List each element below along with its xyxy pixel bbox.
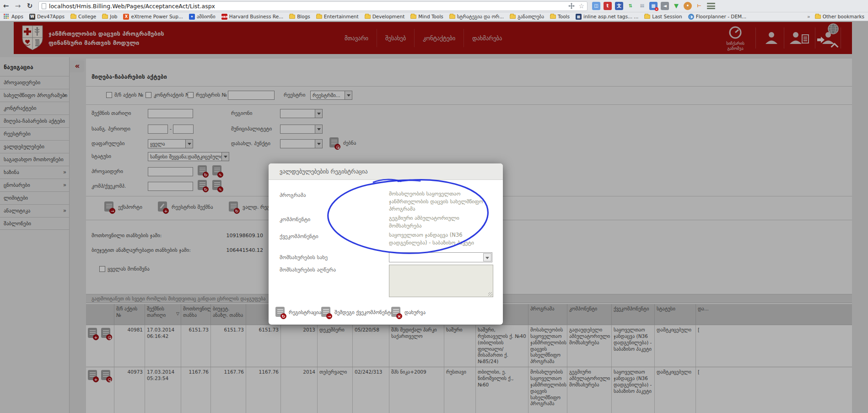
sidebar-item-obligations[interactable]: ვალდებულებები [0, 140, 69, 153]
sidebar-item-registers[interactable]: რეესტრები [0, 127, 69, 140]
sidebar-item-contracts[interactable]: კონტრაქტები [0, 102, 69, 114]
row-expand-button[interactable] [88, 370, 98, 381]
sidebar-item-limits[interactable]: ლიმიტები [0, 191, 69, 204]
column-header-program[interactable]: პროგრამა [528, 304, 567, 325]
t-extension-icon[interactable]: t [604, 2, 612, 10]
nav-home[interactable]: მთავარი [336, 29, 377, 47]
register-no-checkbox[interactable] [188, 92, 194, 98]
browser-menu-icon[interactable] [707, 3, 715, 9]
search-button[interactable] [329, 137, 340, 149]
bookmark-item[interactable]: Tools [550, 14, 570, 19]
bookmark-apps[interactable]: Apps [4, 14, 23, 20]
bookmark-item[interactable]: Last Session [644, 14, 682, 19]
dots-grid-extension-icon[interactable]: ⁞⁞⁞ [638, 2, 646, 10]
register-button[interactable]: რეგისტრაცია [275, 307, 321, 318]
create-register-button[interactable] [158, 201, 168, 213]
service-type-dropdown[interactable] [389, 252, 492, 262]
period-to-input[interactable] [173, 125, 194, 134]
search-label[interactable]: ძებნა [343, 137, 356, 149]
created-date-input[interactable] [148, 109, 193, 118]
bookmark-item[interactable]: Mind Tools [410, 14, 443, 19]
component-select-button[interactable] [198, 180, 208, 191]
resize-arrows-extension-icon[interactable]: ⇅ [626, 2, 635, 10]
next-subcomponent-button[interactable]: შემდეგი ქვეკომპონენტი [321, 307, 393, 318]
pin-extension-icon[interactable]: ▼ [672, 2, 680, 10]
provider-edit-button[interactable] [212, 165, 223, 177]
column-header[interactable]: და... [696, 304, 852, 325]
settlement-dropdown[interactable] [280, 139, 323, 148]
service-desc-textarea[interactable] [389, 265, 493, 297]
bookmark-star-icon[interactable]: ☆ [578, 2, 584, 10]
column-header-act-no[interactable]: მ/ჩ აქტის № [114, 304, 145, 325]
nav-contacts[interactable]: კონტაქტები [414, 29, 464, 47]
row-view-button[interactable] [101, 370, 112, 381]
bookmark-item[interactable]: HBRHarvard Business Re... [221, 14, 283, 20]
bookmark-item[interactable]: სტრატეგია და ორ... [449, 14, 504, 19]
bookmark-item[interactable]: ▩inline asp.net tags... ... [576, 14, 638, 20]
column-header-subcomponent[interactable]: ქვეკომპონენტი [612, 304, 655, 325]
reload-icon[interactable]: ↻ [24, 2, 36, 10]
export-button[interactable] [104, 201, 115, 213]
translate-extension-icon[interactable]: 文 [615, 2, 623, 10]
bookmark-item[interactable]: Blogs [289, 14, 310, 19]
region-dropdown[interactable] [280, 109, 323, 118]
row-expand-button[interactable] [88, 328, 98, 339]
back-icon[interactable]: ← [0, 2, 12, 10]
sidebar-item-acceptance-acts[interactable]: მიღება-ჩაბარების აქტები [0, 114, 69, 127]
component-input[interactable] [148, 182, 193, 191]
act-no-checkbox[interactable] [106, 92, 112, 98]
sidebar-item-references[interactable]: ცნობარები» [0, 179, 69, 191]
bookmark-item[interactable]: ◑Floorplanner - DEM... [688, 14, 746, 20]
url-text[interactable]: localhost/Hmis.Billing.Web/Pages/Accepta… [49, 3, 215, 10]
component-edit-button[interactable] [212, 180, 223, 191]
bookmarks-overflow-chevron[interactable]: » [807, 14, 810, 20]
move-cursor-icon[interactable] [568, 3, 575, 9]
close-button[interactable]: დახურვა [391, 307, 426, 318]
other-bookmarks[interactable]: Other bookmarks [815, 14, 864, 19]
window-extension-icon[interactable]: ◫ [592, 2, 600, 10]
column-header-component[interactable]: კომპონენტი [567, 304, 612, 325]
sidebar-item-templates[interactable]: შაბლონები [0, 217, 69, 230]
status-dropdown[interactable]: საწყისი შეყვანა;დამტკიცებული [148, 152, 229, 161]
bookmark-item[interactable]: Development [365, 14, 405, 19]
create-register-label[interactable]: რეესტრის შექმნა [172, 201, 213, 213]
sidebar-collapse-button[interactable]: « [70, 60, 84, 72]
sidebar-item-treasury[interactable]: ხაზინა» [0, 166, 69, 179]
bookmark-item[interactable]: Job [102, 14, 117, 19]
table-row[interactable]: 40973 17.03.2014 05:23:54 1167.76 1167.7… [86, 367, 852, 413]
url-bar[interactable]: localhost/Hmis.Billing.Web/Pages/Accepta… [38, 1, 588, 11]
bookmark-item[interactable]: WDev47Apps [29, 14, 65, 20]
select-all-checkbox[interactable] [99, 266, 105, 272]
lamp-extension-icon[interactable]: ◄ [661, 2, 669, 10]
column-header-status[interactable]: სტატუსი [655, 304, 696, 325]
column-header-budget-amount[interactable]: ბიუჯეტ. ანაზღ. თანხა [211, 304, 246, 325]
bookmark-item[interactable]: განათლება [510, 14, 544, 19]
sidebar-item-payment-requests[interactable]: საგადახდო მოთხოვნები [0, 153, 69, 166]
forward-icon[interactable]: → [12, 2, 24, 10]
municipality-dropdown[interactable] [280, 125, 323, 134]
user-icon[interactable] [764, 31, 779, 46]
cookie-extension-icon[interactable]: • [684, 2, 692, 10]
register-dropdown[interactable]: რეესტრში... [310, 91, 352, 100]
column-header-requested-amount[interactable]: მოთხოვნილი თანხა [181, 304, 211, 325]
calendar-extension-icon[interactable]: ▦× [649, 2, 658, 10]
sidebar-item-analytics[interactable]: ანალიტიკა» [0, 204, 69, 217]
user-list-icon[interactable] [790, 31, 810, 46]
column-header-created-date[interactable]: შექმნის თარიღი▽ [145, 304, 181, 325]
obligation-registration-button[interactable] [229, 201, 239, 213]
bookmark-item[interactable]: XeXtreme Power Sup... [123, 14, 183, 20]
nav-about[interactable]: შესახებ [377, 29, 414, 47]
export-label[interactable]: ექსპორტი [118, 201, 142, 213]
covered-dropdown[interactable]: ყველა [148, 139, 193, 148]
row-view-button[interactable] [101, 328, 112, 339]
sort-desc-icon[interactable]: ▽ [176, 311, 179, 317]
period-from-input[interactable] [148, 125, 168, 134]
sidebar-item-state-programs[interactable]: სახელმწიფო პროგრამები» [0, 89, 69, 102]
bookmark-item[interactable]: College [70, 14, 96, 19]
provider-select-button[interactable] [198, 165, 208, 177]
table-row[interactable]: 40981 17.03.2014 06:16:42 6151.73 6151.7… [86, 325, 852, 367]
nav-help[interactable]: დახმარება [464, 29, 510, 47]
resize-handle-icon[interactable] [488, 292, 492, 296]
contract-no-checkbox[interactable] [146, 92, 151, 98]
provider-input[interactable] [148, 167, 193, 176]
